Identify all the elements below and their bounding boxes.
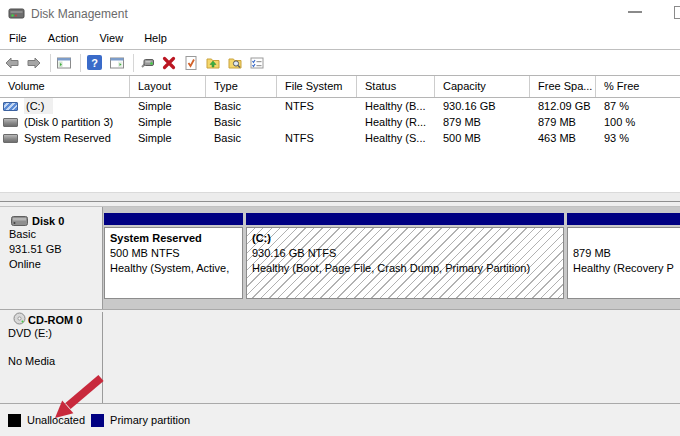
cell-layout: Simple [130, 98, 206, 114]
unallocated-swatch [8, 414, 21, 427]
volume-partition-icon [3, 118, 18, 127]
cell-free-space: 463 MB [530, 130, 596, 146]
column-header-status[interactable]: Status [357, 76, 435, 97]
cdrom-header-panel[interactable]: CD-ROM 0 DVD (E:) No Media [0, 312, 103, 403]
volume-row-disk0-partition3[interactable]: (Disk 0 partition 3) Simple Basic Health… [0, 114, 680, 130]
volume-row-c[interactable]: (C:) Simple Basic NTFS Healthy (B... 930… [0, 98, 680, 114]
cell-status: Healthy (S... [357, 130, 435, 146]
details-view-icon[interactable] [249, 55, 265, 71]
partition-size: 500 MB NTFS [110, 246, 242, 261]
column-header-capacity[interactable]: Capacity [435, 76, 530, 97]
window-title: Disk Management [31, 7, 128, 21]
toolbar-separator [50, 54, 51, 72]
disk-icon [11, 216, 28, 226]
volume-name: (Disk 0 partition 3) [24, 114, 113, 130]
disk-tool-icon[interactable] [139, 55, 155, 71]
disk-management-window: Disk Management File Action View Help ? [0, 0, 680, 436]
back-icon[interactable] [4, 55, 20, 71]
column-header-percent-free[interactable]: % Free [596, 76, 680, 97]
cell-file-system: NTFS [277, 130, 357, 146]
menu-action[interactable]: Action [48, 28, 79, 49]
volume-partition-icon [3, 134, 18, 143]
maximize-button[interactable] [674, 6, 680, 19]
partition-color-bar [246, 213, 564, 225]
pane-splitter[interactable] [0, 192, 680, 202]
partition-name: System Reserved [110, 231, 242, 246]
cell-type: Basic [206, 98, 277, 114]
cell-status: Healthy (R... [357, 114, 435, 130]
partition-recovery[interactable]: 879 MB Healthy (Recovery P [567, 213, 680, 299]
column-header-layout[interactable]: Layout [130, 76, 206, 97]
partition-color-bar [567, 213, 680, 225]
menu-help[interactable]: Help [144, 28, 167, 49]
title-bar: Disk Management [0, 0, 680, 28]
folder-up-icon[interactable] [205, 55, 221, 71]
cell-file-system [277, 114, 357, 130]
help-icon[interactable]: ? [87, 55, 102, 70]
cell-status: Healthy (B... [357, 98, 435, 114]
cell-layout: Simple [130, 130, 206, 146]
menu-file[interactable]: File [9, 28, 27, 49]
cell-percent-free: 87 % [596, 98, 680, 114]
delete-volume-icon[interactable] [161, 55, 177, 71]
primary-partition-swatch [91, 414, 104, 427]
menu-view[interactable]: View [99, 28, 123, 49]
cell-free-space: 879 MB [530, 114, 596, 130]
disk-size: 931.51 GB [9, 242, 102, 257]
show-action-pane-icon[interactable] [109, 55, 125, 71]
cdrom-row: CD-ROM 0 DVD (E:) No Media [0, 312, 680, 404]
partition-name: (C:) [252, 231, 563, 246]
volume-list: Volume Layout Type File System Status Ca… [0, 75, 680, 192]
toolbar-separator [133, 54, 134, 72]
disk0-header-panel[interactable]: Disk 0 Basic 931.51 GB Online [0, 207, 102, 309]
partition-size: 879 MB [573, 246, 680, 261]
cell-type: Basic [206, 130, 277, 146]
cdrom-name: CD-ROM 0 [28, 314, 82, 326]
partition-c[interactable]: (C:) 930.16 GB NTFS Healthy (Boot, Page … [246, 213, 564, 299]
volume-row-system-reserved[interactable]: System Reserved Simple Basic NTFS Health… [0, 130, 680, 146]
cell-percent-free: 93 % [596, 130, 680, 146]
volume-partition-icon [3, 102, 18, 111]
partition-status: Healthy (Recovery P [573, 261, 680, 276]
cell-capacity: 879 MB [435, 114, 530, 130]
minimize-button[interactable] [628, 11, 642, 13]
legend-primary-partition-label: Primary partition [110, 414, 190, 426]
disk-drive-icon [8, 5, 25, 22]
column-header-volume[interactable]: Volume [0, 76, 130, 97]
forward-icon[interactable] [26, 55, 42, 71]
cdrom-drive-letter: DVD (E:) [0, 326, 102, 340]
cell-percent-free: 100 % [596, 114, 680, 130]
format-check-icon[interactable] [183, 55, 199, 71]
partition-name [573, 231, 680, 246]
legend-bar: Unallocated Primary partition [0, 404, 680, 436]
cell-file-system: NTFS [277, 98, 357, 114]
partition-status: Healthy (Boot, Page File, Crash Dump, Pr… [252, 261, 563, 276]
disk-type: Basic [9, 227, 102, 242]
column-header-free-space[interactable]: Free Spa... [530, 76, 596, 97]
menu-bar: File Action View Help [0, 28, 680, 50]
disk-status: Online [9, 257, 102, 272]
partition-status: Healthy (System, Active, [110, 261, 242, 276]
partition-color-bar [104, 213, 243, 225]
volume-name: System Reserved [24, 130, 111, 146]
toolbar: ? [0, 50, 680, 75]
column-header-type[interactable]: Type [206, 76, 277, 97]
column-header-file-system[interactable]: File System [277, 76, 357, 97]
cell-type: Basic [206, 114, 277, 130]
cell-free-space: 812.09 GB [530, 98, 596, 114]
partition-size: 930.16 GB NTFS [252, 246, 563, 261]
disk0-row: Disk 0 Basic 931.51 GB Online System Res… [0, 206, 680, 310]
cell-capacity: 930.16 GB [435, 98, 530, 114]
folder-search-icon[interactable] [227, 55, 243, 71]
cell-capacity: 500 MB [435, 130, 530, 146]
toolbar-separator [80, 54, 81, 72]
cell-layout: Simple [130, 114, 206, 130]
volume-name: (C:) [24, 98, 53, 114]
cdrom-media-status: No Media [0, 354, 102, 368]
cd-drive-icon [12, 311, 27, 326]
partition-system-reserved[interactable]: System Reserved 500 MB NTFS Healthy (Sys… [104, 213, 243, 299]
disk-name: Disk 0 [32, 215, 64, 227]
show-console-tree-icon[interactable] [56, 55, 72, 71]
volume-list-header: Volume Layout Type File System Status Ca… [0, 75, 680, 98]
legend-unallocated-label: Unallocated [27, 414, 85, 426]
